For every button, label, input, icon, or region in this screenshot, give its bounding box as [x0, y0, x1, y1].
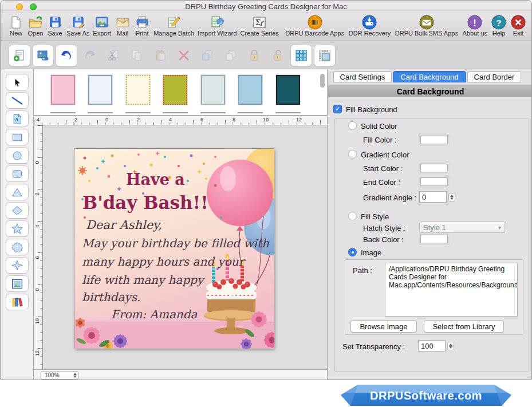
- exit-button[interactable]: Exit: [510, 14, 526, 37]
- copy-icon: [130, 49, 144, 62]
- seal-tool[interactable]: [6, 239, 29, 255]
- edit-toolbar: [1, 42, 531, 69]
- browse-image-button[interactable]: Browse Image: [350, 320, 417, 333]
- select-from-library-button[interactable]: Select from Library: [424, 320, 504, 333]
- rounded-rectangle-tool[interactable]: [6, 165, 29, 182]
- template-thumbnail-7[interactable]: [276, 75, 300, 105]
- screen: DRPU Birthday Greeting Cards Designer fo…: [0, 0, 532, 407]
- gradient-color-label: Gradient Color: [361, 151, 409, 159]
- redo-button[interactable]: [79, 45, 101, 66]
- template-thumbnail-2[interactable]: [88, 75, 112, 105]
- drpu-bulk-sms-apps-button[interactable]: DRPU Bulk SMS Apps: [395, 14, 458, 37]
- design-canvas[interactable]: Have a B'day Bash!! Dear Ashley, May you…: [43, 125, 327, 370]
- rectangle-tool[interactable]: [6, 129, 29, 145]
- fill-color-swatch[interactable]: [420, 136, 448, 144]
- diamond-tool[interactable]: [6, 202, 29, 219]
- triangle-icon: [11, 187, 23, 197]
- paste-button[interactable]: [149, 45, 171, 66]
- properties-panel: Card Settings Card Background Card Borde…: [327, 69, 532, 380]
- grid-button[interactable]: [290, 45, 312, 66]
- gradient-angle-stepper[interactable]: [448, 193, 455, 201]
- unlock-button[interactable]: [267, 45, 289, 66]
- fill-background-checkbox[interactable]: ✓: [333, 105, 342, 113]
- library-tool[interactable]: [6, 294, 29, 310]
- card-message-line: many happy hours and your: [82, 255, 246, 268]
- hatch-style-dropdown[interactable]: Style 1 ▾: [419, 222, 505, 233]
- save-button[interactable]: Save: [47, 14, 63, 37]
- picture-tool[interactable]: [6, 275, 29, 292]
- cut-button[interactable]: [103, 45, 124, 66]
- end-color-swatch[interactable]: [420, 177, 448, 186]
- fill-style-radio[interactable]: [348, 212, 357, 220]
- solid-color-radio[interactable]: [348, 121, 357, 130]
- ellipse-tool[interactable]: [6, 147, 29, 164]
- new-button[interactable]: New: [8, 14, 24, 37]
- template-thumbnail-4[interactable]: [163, 75, 187, 105]
- image-radio[interactable]: [348, 248, 357, 256]
- template-thumbnail-6[interactable]: [238, 75, 262, 105]
- triangle-tool[interactable]: [6, 184, 29, 200]
- lock-button[interactable]: [243, 45, 265, 66]
- page-setup-button[interactable]: [314, 45, 336, 66]
- manage-batch-button[interactable]: Manage Batch: [153, 14, 194, 37]
- help-button[interactable]: ? Help: [491, 14, 507, 37]
- copy-button[interactable]: [126, 45, 148, 66]
- gradient-angle-spinbox[interactable]: 0: [419, 191, 455, 203]
- diamond-icon: [11, 206, 23, 216]
- sms-circle-icon: [419, 14, 435, 30]
- lock-icon: [248, 49, 261, 62]
- card-salutation: Dear Ashley,: [86, 218, 162, 232]
- recovery-circle-icon: [361, 14, 377, 30]
- new-document-icon: [8, 14, 24, 30]
- about-us-button[interactable]: ! About us: [463, 14, 487, 37]
- template-thumbnail-1[interactable]: [51, 75, 75, 105]
- create-series-button[interactable]: Σf Create Series: [241, 14, 279, 37]
- ruler-label: 0: [34, 160, 40, 165]
- print-button[interactable]: Print: [134, 14, 150, 37]
- card-message-line: life with many happy: [82, 273, 205, 287]
- delete-icon: [177, 49, 191, 62]
- tab-card-background[interactable]: Card Background: [393, 71, 466, 82]
- exit-circle-icon: [510, 14, 526, 30]
- undo-button[interactable]: [56, 45, 77, 66]
- mail-button[interactable]: Mail: [115, 14, 131, 37]
- delete-button[interactable]: [173, 45, 195, 66]
- line-tool[interactable]: [6, 92, 29, 109]
- tab-card-settings[interactable]: Card Settings: [333, 71, 392, 82]
- star-tool[interactable]: [6, 220, 29, 237]
- back-color-swatch[interactable]: [420, 235, 448, 243]
- fill-background-label: Fill Background: [346, 105, 397, 114]
- ruler-label: 2: [34, 191, 40, 197]
- duplicate-button[interactable]: [196, 45, 218, 66]
- star4-tool[interactable]: [6, 257, 29, 274]
- layers-button[interactable]: [220, 45, 242, 66]
- start-color-swatch[interactable]: [420, 164, 448, 172]
- open-button[interactable]: Open: [27, 14, 44, 37]
- export-button[interactable]: Export: [93, 14, 111, 37]
- zoom-control[interactable]: 100%: [41, 371, 78, 380]
- add-card-button[interactable]: [9, 45, 30, 66]
- insert-image-button[interactable]: [32, 45, 54, 66]
- save-as-button[interactable]: Save As: [66, 14, 89, 37]
- barcode-circle-icon: [307, 14, 323, 30]
- zoom-stepper[interactable]: [73, 373, 77, 378]
- transparency-stepper[interactable]: [447, 342, 454, 350]
- template-thumbnail-5[interactable]: [201, 75, 225, 105]
- template-thumbnail-3[interactable]: [126, 75, 150, 105]
- gradient-color-radio[interactable]: [348, 150, 357, 159]
- ruler-label: 8: [34, 287, 40, 293]
- path-textbox[interactable]: /Applications/DRPU Birthday Greeting Car…: [385, 263, 518, 317]
- select-tool[interactable]: [6, 74, 29, 90]
- transparency-spinbox[interactable]: 100: [418, 340, 454, 351]
- text-icon: A: [11, 113, 23, 125]
- tab-card-border[interactable]: Card Border: [467, 71, 521, 82]
- strip-scrollbar[interactable]: [320, 74, 325, 88]
- import-wizard-button[interactable]: Import Wizard: [198, 14, 237, 37]
- greeting-card[interactable]: Have a B'day Bash!! Dear Ashley, May you…: [74, 148, 274, 348]
- chevron-down-icon: ▾: [498, 224, 501, 231]
- ddr-recovery-button[interactable]: DDR Recovery: [349, 14, 391, 37]
- ruler-label: -2: [73, 117, 77, 123]
- drpu-barcode-apps-button[interactable]: DRPU Barcode Apps: [285, 14, 344, 37]
- window-title: DRPU Birthday Greeting Cards Designer fo…: [1, 2, 531, 11]
- text-tool[interactable]: A: [6, 110, 29, 127]
